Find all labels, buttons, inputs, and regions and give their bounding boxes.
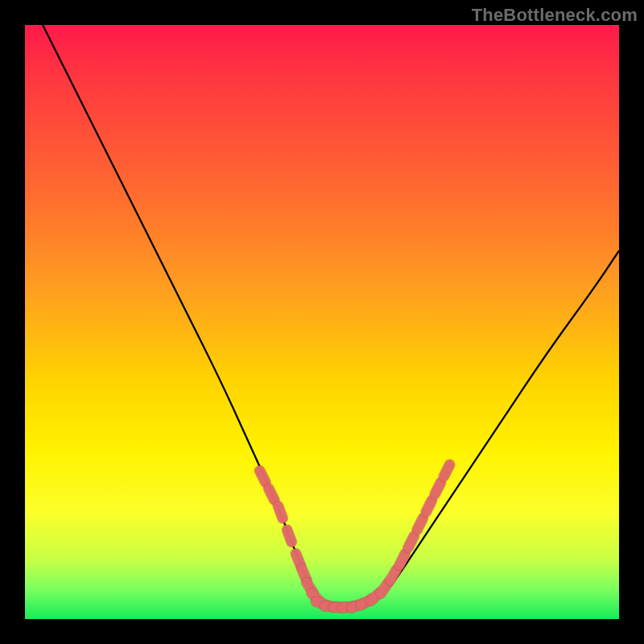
bottleneck-curve — [43, 25, 619, 607]
highlight-dot — [279, 506, 283, 518]
highlight-dot — [399, 554, 405, 565]
chart-frame: TheBottleneck.com — [0, 0, 644, 644]
highlight-dot — [426, 501, 431, 512]
highlight-dot — [417, 518, 423, 530]
highlight-dot — [408, 536, 414, 547]
highlight-dot — [390, 570, 397, 581]
highlight-dot — [435, 483, 440, 494]
curve-path-group — [43, 25, 619, 607]
highlight-dot — [444, 464, 449, 476]
highlight-dot — [260, 471, 266, 482]
highlight-dot — [287, 530, 292, 542]
watermark-text: TheBottleneck.com — [472, 5, 638, 26]
highlight-dot — [269, 489, 275, 500]
highlight-markers — [260, 464, 450, 608]
curve-layer — [25, 25, 619, 619]
